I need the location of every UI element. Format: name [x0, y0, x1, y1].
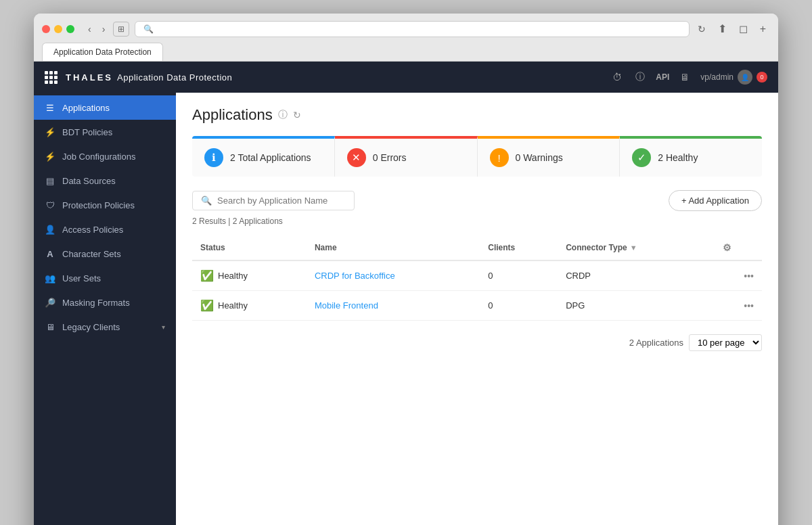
notifications-icon-button[interactable]: 🖥	[677, 69, 692, 85]
healthy-card[interactable]: ✓ 2 Healthy	[620, 136, 762, 177]
sidebar-item-label: BDT Policies	[62, 127, 112, 137]
history-icon-button[interactable]: ⏱	[610, 69, 625, 85]
clients-cell: 0	[480, 291, 558, 321]
connector-type-cell: CRDP	[558, 260, 715, 291]
browser-tab[interactable]: Application Data Protection	[42, 43, 163, 61]
row-actions-cell: •••	[715, 260, 762, 291]
brand-subtitle: Application Data Protection	[117, 72, 232, 83]
total-applications-card[interactable]: ℹ 2 Total Applications	[192, 136, 335, 177]
sidebar-item-access-policies[interactable]: 👤 Access Policies	[34, 217, 176, 242]
status-label: Healthy	[218, 300, 248, 311]
sidebar-item-data-sources[interactable]: ▤ Data Sources	[34, 168, 176, 193]
close-button[interactable]	[42, 25, 50, 33]
sidebar-item-label: Job Configurations	[62, 152, 135, 162]
sidebar-item-legacy-clients[interactable]: 🖥 Legacy Clients ▾	[34, 315, 176, 339]
column-header-name: Name	[307, 235, 480, 260]
maximize-button[interactable]	[66, 25, 74, 33]
summary-cards: ℹ 2 Total Applications ✕ 0 Errors ! 0 Wa…	[192, 136, 762, 177]
sidebar: ☰ Applications ⚡ BDT Policies ⚡ Job Conf…	[34, 93, 176, 525]
column-header-connector-type[interactable]: Connector Type ▼	[558, 235, 715, 260]
healthy-label: 2 Healthy	[658, 152, 698, 163]
app-container: THALES Application Data Protection ⏱ ⓘ A…	[34, 62, 778, 525]
column-header-clients: Clients	[480, 235, 558, 260]
per-page-select[interactable]: 10 per page 25 per page 50 per page	[689, 334, 762, 351]
table-row: ✅ Healthy CRDP for Backoffice 0 CRDP •••	[192, 260, 762, 291]
chevron-down-icon: ▾	[162, 323, 165, 331]
sidebar-item-user-sets[interactable]: 👥 User Sets	[34, 266, 176, 290]
more-actions-button[interactable]: •••	[723, 300, 754, 311]
top-navbar: THALES Application Data Protection ⏱ ⓘ A…	[34, 62, 778, 93]
more-actions-button[interactable]: •••	[723, 271, 754, 281]
applications-table: Status Name Clients Connector Type ▼ ⚙	[192, 235, 762, 321]
connector-type-filter-icon[interactable]: ▼	[630, 244, 637, 252]
sidebar-item-label: Legacy Clients	[62, 322, 120, 332]
total-count-label: 2 Applications	[629, 338, 683, 348]
add-application-button[interactable]: + Add Application	[669, 190, 762, 211]
brand-name: THALES	[66, 72, 113, 83]
help-circle-icon[interactable]: ⓘ	[278, 109, 288, 121]
search-box: 🔍	[192, 191, 355, 210]
minimize-button[interactable]	[54, 25, 62, 33]
sidebar-item-character-sets[interactable]: A Character Sets	[34, 242, 176, 266]
job-config-icon: ⚡	[45, 151, 55, 162]
sidebar-item-label: Protection Policies	[62, 200, 135, 210]
content-area: Applications ⓘ ↻ ℹ 2 Total Applications …	[176, 93, 778, 525]
refresh-icon[interactable]: ↻	[293, 110, 301, 120]
warnings-label: 0 Warnings	[516, 152, 563, 163]
page-title: Applications	[192, 106, 273, 124]
grid-menu-icon[interactable]	[45, 71, 58, 84]
browser-actions: ⬆ ◻ +	[714, 20, 770, 37]
reading-list-button[interactable]: ◻	[735, 20, 752, 37]
errors-label: 0 Errors	[373, 152, 407, 163]
healthy-status-icon: ✅	[200, 269, 214, 282]
table-settings-icon[interactable]: ⚙	[723, 242, 731, 253]
user-info[interactable]: vp/admin 👤 0	[700, 70, 767, 85]
total-applications-label: 2 Total Applications	[230, 152, 311, 163]
sidebar-item-applications[interactable]: ☰ Applications	[34, 95, 176, 120]
clients-cell: 0	[480, 260, 558, 291]
browser-window: ‹ › ⊞ 🔍 ↻ ⬆ ◻ + Application Data Protect…	[34, 14, 778, 525]
legacy-clients-icon: 🖥	[45, 321, 55, 332]
sidebar-item-job-configurations[interactable]: ⚡ Job Configurations	[34, 144, 176, 168]
app-name-link[interactable]: Mobile Frontend	[315, 300, 378, 311]
pagination-row: 2 Applications 10 per page 25 per page 5…	[192, 334, 762, 351]
avatar: 👤	[738, 70, 752, 85]
data-sources-icon: ▤	[45, 175, 55, 186]
app-name-link[interactable]: CRDP for Backoffice	[315, 271, 395, 281]
sidebar-toggle-button[interactable]: ⊞	[113, 22, 129, 37]
column-header-settings: ⚙	[715, 235, 762, 260]
reload-button[interactable]: ↻	[695, 22, 708, 36]
forward-button[interactable]: ›	[99, 22, 108, 36]
sidebar-item-label: Masking Formats	[62, 298, 130, 308]
new-tab-button[interactable]: +	[756, 20, 770, 37]
sidebar-item-label: Character Sets	[62, 249, 121, 259]
sidebar-item-bdt-policies[interactable]: ⚡ BDT Policies	[34, 120, 176, 144]
masking-formats-icon: 🔎	[45, 297, 55, 308]
share-button[interactable]: ⬆	[714, 20, 731, 37]
back-button[interactable]: ‹	[85, 22, 94, 36]
character-sets-icon: A	[45, 248, 55, 259]
warnings-card[interactable]: ! 0 Warnings	[478, 136, 621, 177]
healthy-icon: ✓	[632, 148, 651, 167]
status-cell: ✅ Healthy	[192, 260, 307, 291]
search-input[interactable]	[217, 196, 346, 206]
status-cell: ✅ Healthy	[192, 291, 307, 321]
errors-card[interactable]: ✕ 0 Errors	[335, 136, 478, 177]
sidebar-item-masking-formats[interactable]: 🔎 Masking Formats	[34, 290, 176, 315]
sidebar-item-label: Access Policies	[62, 225, 123, 235]
help-icon-button[interactable]: ⓘ	[633, 68, 648, 86]
sidebar-item-protection-policies[interactable]: 🛡 Protection Policies	[34, 193, 176, 217]
info-icon: ℹ	[204, 148, 223, 167]
brand-logo: THALES Application Data Protection	[66, 72, 232, 83]
traffic-lights	[42, 25, 74, 33]
results-count: 2 Results | 2 Applications	[192, 216, 762, 226]
column-header-status: Status	[192, 235, 307, 260]
api-badge[interactable]: API	[656, 72, 669, 82]
bdt-policies-icon: ⚡	[45, 127, 55, 137]
row-actions-cell: •••	[715, 291, 762, 321]
healthy-status-icon: ✅	[200, 299, 214, 312]
address-bar: 🔍	[135, 21, 689, 37]
notification-count-badge: 0	[757, 72, 767, 83]
connector-type-cell: DPG	[558, 291, 715, 321]
access-policies-icon: 👤	[45, 224, 55, 235]
